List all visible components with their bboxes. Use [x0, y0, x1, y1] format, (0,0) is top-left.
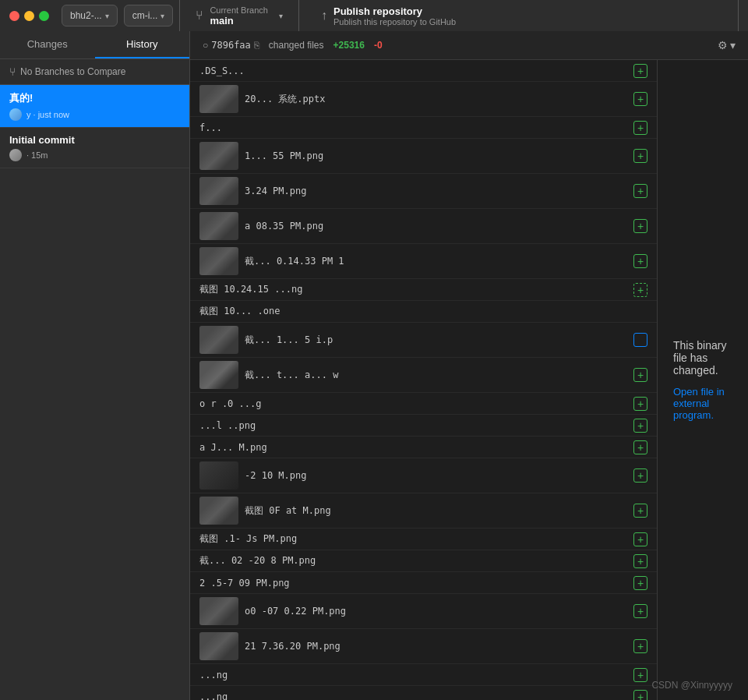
file-name: 截图 10... .one — [199, 305, 647, 318]
commit-author-time: y · just now — [26, 110, 69, 119]
file-name: 截... 0.14.33 PM 1 — [245, 255, 633, 268]
file-thumbnail — [199, 85, 238, 113]
file-add-button[interactable]: + — [633, 92, 647, 106]
file-add-button[interactable]: + — [633, 184, 647, 198]
file-row[interactable]: f... + — [190, 117, 657, 139]
repo-button-2[interactable]: cm-i... ▾ — [124, 5, 174, 27]
minimize-button[interactable] — [24, 11, 34, 21]
file-name: f... — [199, 122, 633, 133]
file-row[interactable]: 截图 0F at M.png + — [190, 493, 657, 529]
sidebar: Changes History ⑂ No Branches to Compare… — [0, 31, 190, 700]
file-name: a 08.35 PM.png — [245, 221, 633, 232]
file-add-button[interactable]: + — [633, 468, 647, 483]
commit-title: Initial commit — [9, 134, 180, 146]
file-add-button[interactable]: + — [633, 368, 647, 382]
file-add-button[interactable]: + — [633, 668, 647, 682]
gear-icon: ⚙ — [718, 39, 728, 51]
file-thumbnail — [199, 326, 238, 354]
file-row[interactable]: 21 7.36.20 PM.png + — [190, 629, 657, 664]
tab-history[interactable]: History — [95, 31, 190, 58]
file-row[interactable]: 截... 1... 5 i.p — [190, 323, 657, 358]
file-add-button[interactable]: + — [633, 690, 647, 701]
file-thumbnail — [199, 212, 238, 240]
open-external-link[interactable]: Open file in external program. — [673, 386, 732, 421]
file-add-button[interactable]: + — [633, 532, 647, 546]
commit-author-time: · 15m — [26, 150, 48, 160]
chevron-down-icon: ▾ — [105, 12, 109, 20]
file-row[interactable]: 截... 02 -20 8 PM.png + — [190, 550, 657, 572]
file-add-button[interactable]: + — [633, 397, 647, 411]
branch-name: main — [210, 15, 268, 27]
file-row[interactable]: a J... M.png + — [190, 437, 657, 458]
file-name: 21 7.36.20 PM.png — [245, 641, 633, 652]
file-add-button[interactable]: + — [633, 219, 647, 233]
file-add-button[interactable] — [633, 333, 647, 347]
additions-count: +25316 — [333, 40, 365, 51]
file-row[interactable]: 截... 0.14.33 PM 1 + — [190, 244, 657, 279]
publish-subtitle: Publish this repository to GitHub — [333, 17, 456, 27]
branch-info: Current Branch main — [210, 5, 268, 27]
commit-meta: y · just now — [9, 108, 180, 121]
copy-icon[interactable]: ⎘ — [254, 40, 259, 51]
commit-header: ○ 7896faa ⎘ changed files +25316 -0 ⚙ ▾ — [190, 31, 748, 60]
deletions-count: -0 — [374, 40, 383, 51]
avatar — [9, 149, 22, 161]
publish-icon: ↑ — [321, 9, 327, 23]
publish-section[interactable]: ↑ Publish repository Publish this reposi… — [305, 0, 739, 31]
file-row[interactable]: o0 -07 0.22 PM.png + — [190, 594, 657, 629]
commit-hash: ○ 7896faa ⎘ — [203, 40, 259, 51]
file-row[interactable]: ...ng + — [190, 664, 657, 686]
file-name: 3.24 PM.png — [245, 186, 633, 196]
file-add-button[interactable]: + — [633, 121, 647, 135]
file-name: -2 10 M.png — [245, 470, 633, 481]
file-add-button[interactable]: + — [633, 576, 647, 590]
chevron-down-icon: ▾ — [161, 12, 164, 20]
file-row[interactable]: ...ng + — [190, 686, 657, 700]
no-branches-compare[interactable]: ⑂ No Branches to Compare — [0, 59, 189, 85]
settings-button[interactable]: ⚙ ▾ — [718, 39, 736, 51]
file-row[interactable]: a 08.35 PM.png + — [190, 209, 657, 244]
file-list-container: .DS_S... + 20... 系统.pptx + f... + — [190, 60, 748, 700]
file-add-button[interactable]: + — [633, 639, 647, 653]
file-row[interactable]: 截图 .1- Js PM.png + — [190, 529, 657, 550]
file-thumbnail — [199, 247, 238, 275]
file-add-button[interactable]: + — [633, 64, 647, 78]
file-name: ...ng — [199, 691, 633, 701]
file-row[interactable]: 截图 10... .one — [190, 301, 657, 323]
changed-files-label: changed files — [269, 40, 324, 51]
file-row[interactable]: -2 10 M.png + — [190, 458, 657, 493]
file-row[interactable]: 1... 55 PM.png + — [190, 139, 657, 174]
chevron-down-icon: ▾ — [730, 39, 736, 51]
sidebar-tabs: Changes History — [0, 31, 189, 59]
file-add-button[interactable]: + — [633, 419, 647, 433]
file-row[interactable]: ...l ..png + — [190, 415, 657, 437]
file-add-button[interactable]: + — [633, 149, 647, 163]
branch-label: Current Branch — [210, 5, 268, 15]
file-add-button[interactable]: + — [633, 440, 647, 454]
tab-changes[interactable]: Changes — [0, 31, 95, 58]
file-row[interactable]: 截... t... a... w + — [190, 358, 657, 393]
close-button[interactable] — [9, 11, 19, 21]
file-name: 截... 02 -20 8 PM.png — [199, 554, 633, 567]
branch-compare-icon: ⑂ — [9, 65, 16, 78]
file-row[interactable]: 截图 10.24.15 ...ng + — [190, 279, 657, 301]
file-row[interactable]: 2 .5-7 09 PM.png + — [190, 572, 657, 594]
file-add-button[interactable]: + — [633, 504, 647, 518]
hash-value: 7896faa — [211, 40, 251, 51]
file-name: ...l ..png — [199, 420, 633, 431]
repo-button-1[interactable]: bhu2-... ▾ — [62, 5, 118, 27]
maximize-button[interactable] — [39, 11, 49, 21]
commit-item[interactable]: Initial commit · 15m — [0, 128, 189, 168]
file-add-button[interactable]: + — [633, 554, 647, 568]
file-add-button[interactable]: + — [633, 604, 647, 618]
commit-list: 真的! y · just now Initial commit · 15m — [0, 85, 189, 700]
branch-section[interactable]: ⑂ Current Branch main ▾ — [179, 0, 299, 31]
file-add-button[interactable]: + — [633, 283, 647, 297]
file-row[interactable]: 3.24 PM.png + — [190, 174, 657, 209]
file-row[interactable]: .DS_S... + — [190, 60, 657, 82]
file-add-button[interactable]: + — [633, 254, 647, 268]
file-row[interactable]: o r .0 ...g + — [190, 393, 657, 415]
file-row[interactable]: 20... 系统.pptx + — [190, 82, 657, 117]
branch-icon: ⑂ — [196, 9, 203, 23]
commit-item[interactable]: 真的! y · just now — [0, 85, 189, 128]
